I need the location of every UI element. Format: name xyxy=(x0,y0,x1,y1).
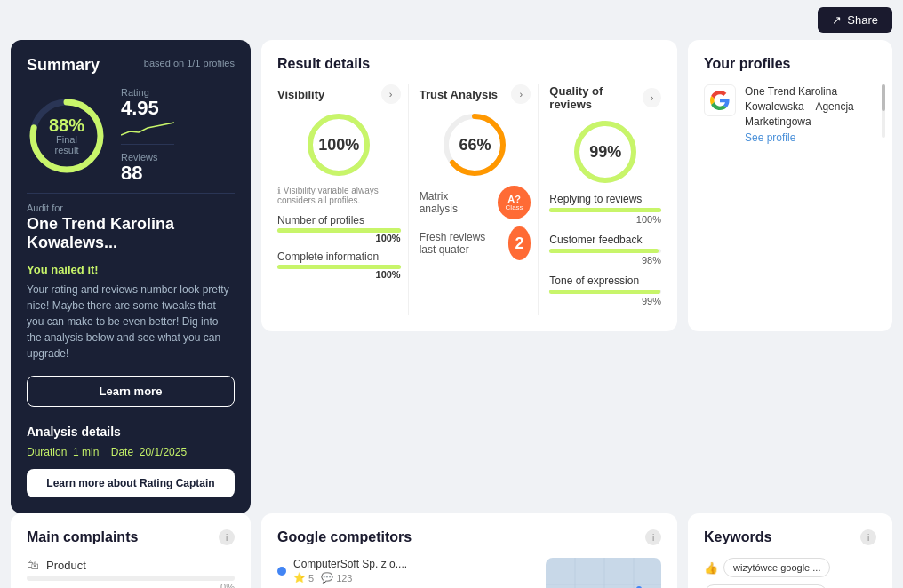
product-icon: 🛍 xyxy=(27,558,39,572)
complaints-title: Main complaints xyxy=(27,529,138,545)
quality-value: 99% xyxy=(589,143,621,162)
fresh-reviews-section: Fresh reviews last quater 2 xyxy=(420,226,531,260)
product-bar xyxy=(27,576,235,581)
competitors-info-icon[interactable]: i xyxy=(645,529,661,545)
quality-circle: 99% xyxy=(570,116,641,187)
analysis-title: Analysis details xyxy=(27,425,235,439)
visibility-circle-wrap: 100% xyxy=(277,109,401,180)
keywords-header: Keywords i xyxy=(704,529,876,545)
top-bar: ↗ Share xyxy=(0,0,903,40)
based-on-label: based on 1/1 profiles xyxy=(144,58,235,68)
competitors-card: Google competitors i ComputerSoft Sp. z … xyxy=(261,513,677,588)
visibility-circle: 100% xyxy=(303,109,374,180)
replying-reviews-item: Replying to reviews 100% xyxy=(549,193,661,225)
product-label: Product xyxy=(46,559,235,572)
visibility-note: ℹ Visibility variable always considers a… xyxy=(277,186,401,205)
result-details-card: Result details Visibility › 100% xyxy=(261,40,677,331)
tone-expression-item: Tone of expression 99% xyxy=(549,274,661,306)
complaints-info-icon[interactable]: i xyxy=(219,529,235,545)
visibility-value: 100% xyxy=(318,136,359,155)
final-score-text: 88% Final result xyxy=(47,116,87,155)
complaints-card: Main complaints i 🛍 Product 0% 🚗 Deliver… xyxy=(11,513,251,588)
keyword-pill-0[interactable]: wizytówce google ... xyxy=(723,558,830,577)
competitor-name-0: ComputerSoft Sp. z o.... xyxy=(293,558,535,570)
thumbs-up-icon: 👍 xyxy=(704,561,718,575)
profile-name-0: One Trend Karolina Kowalewska – Agencja … xyxy=(745,84,876,129)
learn-more-captain-button[interactable]: Learn more about Rating Captain xyxy=(27,469,235,497)
competitors-header: Google competitors i xyxy=(277,529,661,545)
share-icon: ↗ xyxy=(832,13,842,27)
keyword-tags-list: 👍 wizytówce google ... pełnym przekonani… xyxy=(704,558,876,588)
profiles-title: Your profiles xyxy=(704,56,876,72)
competitor-rating-0: ⭐ 5 xyxy=(293,572,314,584)
trust-section: Trust Analysis › 66% Matrix analysis xyxy=(408,84,531,315)
visibility-section: Visibility › 100% ℹ Visibility variable … xyxy=(277,84,401,315)
quality-next-arrow[interactable]: › xyxy=(643,88,661,107)
rating-block: Rating 4.95 xyxy=(121,87,174,137)
quality-circle-wrap: 99% xyxy=(549,116,661,187)
visibility-label: Visibility xyxy=(277,88,324,101)
rating-reviews-block: Rating 4.95 Reviews 88 xyxy=(121,87,174,184)
nailed-it-desc: Your rating and reviews number look pret… xyxy=(27,282,235,362)
score-section: 88% Final result Rating 4.95 Reviews 88 xyxy=(27,87,235,184)
share-button[interactable]: ↗ Share xyxy=(818,7,892,33)
profiles-card: Your profiles One Trend Karolina Kowalew… xyxy=(688,40,892,331)
trust-label: Trust Analysis xyxy=(420,88,498,101)
google-icon xyxy=(704,84,736,116)
competitor-dot-0 xyxy=(277,567,286,576)
audit-name: One Trend Karolina Kowalews... xyxy=(27,215,235,252)
right-metrics: Replying to reviews 100% Customer feedba… xyxy=(549,193,661,306)
keyword-tag-0: 👍 wizytówce google ... xyxy=(704,558,876,577)
complaints-header: Main complaints i xyxy=(27,529,235,545)
competitors-map xyxy=(546,558,661,588)
customer-feedback-item: Customer feedback 98% xyxy=(549,234,661,266)
trust-value: 66% xyxy=(459,136,491,155)
keywords-info-icon[interactable]: i xyxy=(860,529,876,545)
competitors-content: ComputerSoft Sp. z o.... ⭐ 5 💬 123 Mizzo… xyxy=(277,558,661,588)
summary-title: Summary xyxy=(27,56,100,75)
competitor-item-0: ComputerSoft Sp. z o.... ⭐ 5 💬 123 xyxy=(277,558,535,584)
quality-section: Quality of reviews › 99% Replyin xyxy=(538,84,661,315)
competitor-info-0: ComputerSoft Sp. z o.... ⭐ 5 💬 123 xyxy=(293,558,535,584)
competitors-list: ComputerSoft Sp. z o.... ⭐ 5 💬 123 Mizzo… xyxy=(277,558,535,588)
final-score-circle: 88% Final result xyxy=(27,96,107,176)
reviews-block: Reviews 88 xyxy=(121,152,174,184)
competitors-title: Google competitors xyxy=(277,529,412,545)
keywords-title: Keywords xyxy=(704,529,771,545)
visibility-next-arrow[interactable]: › xyxy=(381,84,401,104)
profile-item-0: One Trend Karolina Kowalewska – Agencja … xyxy=(704,84,876,145)
trust-circle: 66% xyxy=(439,109,510,180)
analysis-meta: Duration 1 min Date 20/1/2025 xyxy=(27,446,235,458)
competitor-stats-0: ⭐ 5 💬 123 xyxy=(293,572,535,584)
analysis-section: Analysis details Duration 1 min Date 20/… xyxy=(27,425,235,497)
summary-card: Summary based on 1/1 profiles 88% Final … xyxy=(11,40,251,513)
keywords-card: Keywords i 👍 wizytówce google ... pełnym… xyxy=(688,513,892,588)
complete-info-item: Complete information 100% xyxy=(277,250,401,280)
result-details-title: Result details xyxy=(277,56,661,72)
audit-for-label: Audit for xyxy=(27,203,235,213)
profile-details: One Trend Karolina Kowalewska – Agencja … xyxy=(745,84,876,145)
main-grid: Summary based on 1/1 profiles 88% Final … xyxy=(0,40,903,524)
profiles-count-item: Number of profiles 100% xyxy=(277,214,401,243)
keyword-pill-1[interactable]: pełnym przekonaniem... xyxy=(704,584,827,588)
nailed-it-title: You nailed it! xyxy=(27,263,235,276)
profiles-list: One Trend Karolina Kowalewska – Agencja … xyxy=(704,84,876,145)
learn-more-button[interactable]: Learn more xyxy=(27,376,235,407)
quality-label: Quality of reviews xyxy=(549,84,643,111)
bottom-row: Main complaints i 🛍 Product 0% 🚗 Deliver… xyxy=(0,513,903,588)
complaint-product: 🛍 Product 0% xyxy=(27,558,235,588)
product-pct: 0% xyxy=(27,582,235,588)
trust-circle-wrap: 66% xyxy=(420,109,531,180)
trust-next-arrow[interactable]: › xyxy=(511,84,531,104)
keyword-tag-1: pełnym przekonaniem... xyxy=(704,584,876,588)
class-badge: A? Class xyxy=(498,186,531,219)
complaint-product-header: 🛍 Product xyxy=(27,558,235,572)
competitor-reviews-0: 💬 123 xyxy=(321,572,352,584)
fresh-badge: 2 xyxy=(508,226,531,260)
matrix-section: Matrix analysis A? Class xyxy=(420,186,531,219)
see-profile-link-0[interactable]: See profile xyxy=(745,131,795,144)
